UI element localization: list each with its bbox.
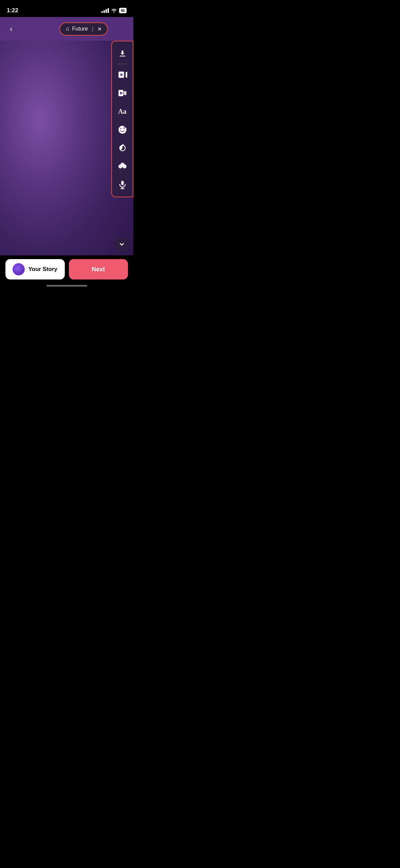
voice-button[interactable] bbox=[114, 176, 131, 193]
toolbar-divider bbox=[117, 64, 128, 64]
next-label: Next bbox=[92, 266, 105, 273]
remix-button[interactable] bbox=[114, 140, 131, 157]
video-sticker-button[interactable] bbox=[114, 66, 131, 83]
reel-sticker-button[interactable] bbox=[114, 85, 131, 102]
next-button[interactable]: Next bbox=[69, 259, 128, 279]
svg-rect-5 bbox=[123, 91, 126, 95]
your-story-label: Your Story bbox=[28, 266, 57, 273]
status-bar: 1:22 45 bbox=[0, 0, 133, 17]
svg-point-6 bbox=[118, 126, 126, 133]
home-indicator bbox=[46, 285, 87, 287]
collab-button[interactable] bbox=[114, 158, 131, 175]
music-pill[interactable]: ♫ Future | ✕ bbox=[59, 22, 108, 36]
header-bar: ‹ ♫ Future | ✕ bbox=[0, 17, 133, 41]
avatar bbox=[13, 263, 25, 275]
status-time: 1:22 bbox=[7, 7, 18, 14]
svg-point-8 bbox=[123, 128, 125, 129]
svg-marker-1 bbox=[126, 72, 127, 78]
close-icon[interactable]: ✕ bbox=[97, 26, 102, 32]
back-button[interactable]: ‹ bbox=[5, 23, 17, 35]
music-note-icon: ♫ bbox=[65, 26, 70, 32]
text-button[interactable]: Aa bbox=[114, 103, 131, 120]
signal-icon bbox=[101, 8, 109, 13]
status-icons: 45 bbox=[101, 8, 127, 14]
sticker-button[interactable] bbox=[114, 121, 131, 138]
download-button[interactable] bbox=[114, 45, 131, 62]
svg-point-7 bbox=[120, 128, 121, 129]
svg-point-11 bbox=[120, 163, 125, 167]
your-story-button[interactable]: Your Story bbox=[5, 259, 65, 279]
bottom-bar: Your Story Next bbox=[0, 255, 133, 289]
right-toolbar: Aa bbox=[111, 41, 133, 197]
svg-rect-12 bbox=[121, 181, 123, 185]
chevron-down-button[interactable] bbox=[114, 237, 129, 252]
music-title: Future bbox=[72, 26, 88, 32]
battery-icon: 45 bbox=[119, 8, 127, 13]
wifi-icon bbox=[111, 8, 117, 14]
music-divider: | bbox=[92, 26, 93, 32]
editor-canvas: ‹ ♫ Future | ✕ bbox=[0, 17, 133, 272]
